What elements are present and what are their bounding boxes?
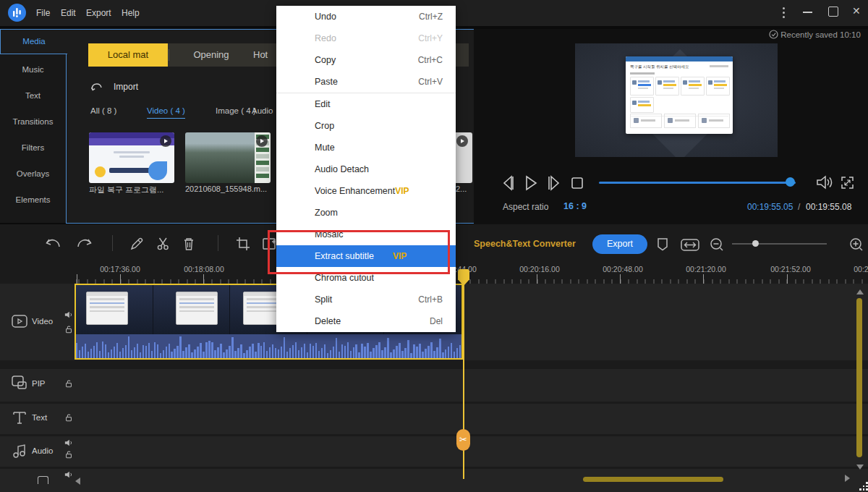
video-play-badge-icon bbox=[456, 135, 468, 147]
timeline-ruler[interactable] bbox=[75, 274, 868, 284]
zoom-in-icon[interactable] bbox=[849, 237, 864, 252]
menu-help[interactable]: Help bbox=[122, 7, 140, 20]
timeline-zoom-slider[interactable] bbox=[732, 243, 827, 245]
menu-item-crop[interactable]: Crop bbox=[276, 115, 456, 137]
saved-check-icon bbox=[769, 30, 778, 39]
sidebar-item-overlays[interactable]: Overlays bbox=[0, 161, 66, 187]
menu-item-paste[interactable]: PasteCtrl+V bbox=[276, 71, 456, 93]
edit-pencil-icon[interactable] bbox=[129, 237, 144, 251]
clip-audio-waveform bbox=[76, 334, 461, 358]
mute-track-icon[interactable] bbox=[64, 470, 73, 479]
mute-track-icon[interactable] bbox=[64, 438, 73, 447]
playhead-split-scissors-icon[interactable]: ✂ bbox=[456, 429, 470, 451]
sidebar-item-elements[interactable]: Elements bbox=[0, 187, 66, 213]
filmstrip-frame bbox=[76, 285, 153, 334]
menu-item-audio-detach[interactable]: Audio Detach bbox=[276, 158, 456, 180]
track-row-audio[interactable] bbox=[0, 436, 868, 467]
menu-item-redo[interactable]: RedoCtrl+Y bbox=[276, 27, 456, 49]
menu-file[interactable]: File bbox=[36, 7, 50, 20]
resize-grip-icon[interactable] bbox=[859, 482, 868, 491]
fullscreen-icon[interactable] bbox=[841, 176, 854, 190]
extra-track-icon bbox=[38, 476, 48, 484]
sidebar-item-filters[interactable]: Filters bbox=[0, 135, 66, 161]
menu-item-zoom[interactable]: Zoom bbox=[276, 202, 456, 224]
scroll-left-icon[interactable] bbox=[75, 478, 80, 485]
ruler-timestamp: 00:20:48.00 bbox=[603, 265, 642, 273]
track-row-pip[interactable] bbox=[0, 369, 868, 402]
tab-opening[interactable]: Opening bbox=[171, 43, 252, 67]
lock-track-icon[interactable] bbox=[64, 379, 73, 388]
track-row-text[interactable] bbox=[0, 404, 868, 434]
delete-trash-icon[interactable] bbox=[182, 237, 195, 251]
fit-timeline-icon[interactable] bbox=[681, 239, 699, 251]
close-button[interactable]: ✕ bbox=[852, 5, 861, 17]
menu-item-delete[interactable]: DeleteDel bbox=[276, 310, 456, 332]
scroll-right-icon[interactable] bbox=[845, 475, 850, 482]
marker-flag-icon[interactable] bbox=[657, 237, 668, 251]
volume-icon[interactable] bbox=[816, 174, 833, 190]
stop-icon[interactable] bbox=[571, 177, 584, 190]
more-options-icon[interactable] bbox=[783, 7, 785, 18]
filter-image[interactable]: Image ( 4 ) bbox=[216, 105, 256, 116]
lock-track-icon[interactable] bbox=[64, 325, 73, 334]
mute-track-icon[interactable] bbox=[64, 310, 73, 319]
video-preview: 복구를 시작할 위치를 선택하세요 bbox=[575, 43, 778, 157]
vertical-scrollbar[interactable] bbox=[856, 298, 862, 457]
lock-track-icon[interactable] bbox=[64, 413, 73, 422]
media-item-thumbnail[interactable] bbox=[185, 132, 271, 183]
ruler-timestamp: 00:21:52.00 bbox=[770, 265, 810, 273]
vip-badge: VIP bbox=[395, 186, 409, 196]
zoom-out-icon[interactable] bbox=[710, 237, 724, 252]
crop-icon[interactable] bbox=[236, 237, 250, 251]
menu-item-voice-enhancement[interactable]: Voice EnhancementVIP bbox=[276, 180, 456, 202]
lock-track-icon[interactable] bbox=[64, 450, 73, 459]
menu-item-copy[interactable]: CopyCtrl+C bbox=[276, 49, 456, 71]
scroll-down-icon[interactable] bbox=[856, 465, 864, 470]
undo-icon[interactable] bbox=[45, 237, 61, 251]
media-item-thumbnail[interactable] bbox=[89, 132, 174, 183]
tab-local-material[interactable]: Local mat bbox=[88, 43, 168, 67]
menu-item-edit[interactable]: Edit bbox=[276, 93, 456, 115]
filter-audio[interactable]: Audio bbox=[252, 105, 273, 116]
sidebar-item-music[interactable]: Music bbox=[0, 56, 66, 82]
menu-item-undo[interactable]: UndoCtrl+Z bbox=[276, 6, 456, 27]
context-menu: UndoCtrl+Z RedoCtrl+Y CopyCtrl+C PasteCt… bbox=[276, 6, 456, 332]
menu-export[interactable]: Export bbox=[86, 7, 111, 20]
app-logo-icon bbox=[8, 4, 26, 22]
annotation-highlight-box bbox=[268, 230, 450, 274]
previous-frame-icon[interactable] bbox=[501, 175, 514, 191]
menu-item-mute[interactable]: Mute bbox=[276, 137, 456, 158]
cut-scissors-icon[interactable] bbox=[156, 237, 170, 251]
timecode-current: 00:19:55.05 bbox=[747, 202, 793, 212]
preview-progress-knob[interactable] bbox=[786, 177, 795, 187]
filmstrip-frame bbox=[153, 285, 231, 334]
play-icon[interactable] bbox=[524, 175, 538, 191]
redo-icon[interactable] bbox=[77, 237, 93, 251]
aspect-ratio-value[interactable]: 16 : 9 bbox=[563, 201, 587, 211]
sidebar-item-media[interactable]: Media bbox=[0, 29, 67, 54]
ruler-timestamp: 00:17:36.00 bbox=[100, 265, 140, 273]
toolbar-divider bbox=[218, 235, 218, 251]
import-button[interactable]: Import bbox=[90, 80, 138, 94]
preview-progress-slider[interactable] bbox=[599, 182, 796, 184]
ruler-timestamp: 00:21:20.00 bbox=[686, 265, 726, 273]
filter-video[interactable]: Video ( 4 ) bbox=[147, 105, 185, 119]
track-row-extra[interactable] bbox=[0, 469, 868, 492]
menu-item-split[interactable]: SplitCtrl+B bbox=[276, 289, 456, 310]
media-item-caption: 파일 복구 프로그램... bbox=[89, 184, 176, 195]
video-play-badge-icon bbox=[160, 135, 171, 147]
scroll-up-icon[interactable] bbox=[856, 289, 864, 294]
ruler-timestamp: 00:20:16.00 bbox=[519, 265, 559, 273]
save-status: Recently saved 10:10 bbox=[769, 29, 861, 41]
next-frame-icon[interactable] bbox=[548, 175, 561, 191]
maximize-button[interactable] bbox=[828, 7, 838, 17]
filter-all[interactable]: All ( 8 ) bbox=[90, 105, 116, 116]
timeline-zoom-knob[interactable] bbox=[752, 240, 759, 247]
horizontal-scrollbar[interactable] bbox=[583, 477, 723, 482]
export-button[interactable]: Export bbox=[592, 234, 647, 254]
menu-edit[interactable]: Edit bbox=[61, 7, 76, 20]
minimize-button[interactable] bbox=[803, 12, 812, 13]
sidebar-item-text[interactable]: Text bbox=[0, 82, 66, 109]
speech-text-converter-button[interactable]: Speech&Text Converter bbox=[474, 239, 576, 249]
sidebar-item-transitions[interactable]: Transitions bbox=[0, 109, 66, 135]
